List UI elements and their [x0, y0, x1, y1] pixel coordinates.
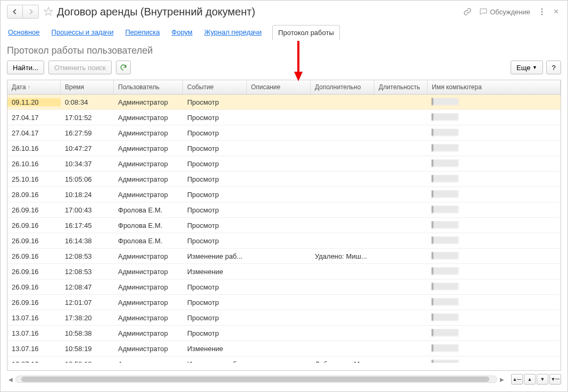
svg-point-1 [541, 11, 543, 13]
table-row[interactable]: 13.07.1610:58:38АдминистраторПросмотр [7, 326, 561, 341]
cell-event: Просмотр [183, 175, 247, 183]
table-row[interactable]: 09.11.200:08:34АдминистраторПросмотр [7, 95, 561, 110]
footer-scroll: ◀ ▶ ▲ ▲ ▼ ▼ [7, 374, 561, 385]
column-user[interactable]: Пользователь [114, 80, 183, 94]
star-icon[interactable] [43, 6, 54, 17]
cell-extra: Добавлено: М... [311, 360, 374, 363]
redacted-value [432, 267, 458, 275]
scroll-right-icon[interactable]: ▶ [498, 376, 506, 383]
redacted-value [432, 236, 458, 244]
cell-user: Администратор [114, 268, 183, 276]
tab-2[interactable]: Переписка [124, 25, 161, 40]
cell-user: Фролова Е.М. [114, 237, 183, 245]
cell-event: Просмотр [183, 160, 247, 168]
cell-event: Просмотр [183, 114, 247, 122]
table-row[interactable]: 26.10.1610:34:37АдминистраторПросмотр [7, 156, 561, 172]
table-row[interactable]: 26.09.1616:17:45Фролова Е.М.Просмотр [7, 218, 561, 233]
cell-user: Администратор [114, 283, 183, 291]
horizontal-scrollbar[interactable] [15, 376, 497, 383]
discuss-label: Обсуждение [490, 8, 530, 16]
cell-computer [428, 360, 561, 363]
column-date[interactable]: Дата↑ [7, 80, 61, 94]
scroll-down-button[interactable]: ▼ [537, 374, 548, 385]
cell-time: 12:08:53 [61, 252, 114, 260]
cell-computer [428, 298, 561, 307]
tab-4[interactable]: Журнал передачи [203, 25, 263, 40]
svg-point-2 [541, 14, 543, 15]
table-row[interactable]: 26.09.1616:14:38Фролова Е.М.Просмотр [7, 233, 561, 249]
more-button[interactable]: Еще ▼ [511, 61, 543, 74]
cell-user: Фролова Е.М. [114, 221, 183, 229]
refresh-button[interactable] [116, 61, 131, 74]
table-row[interactable]: 28.09.1610:18:24АдминистраторПросмотр [7, 187, 561, 202]
redacted-value [432, 360, 458, 363]
tab-3[interactable]: Форум [171, 25, 194, 40]
cell-event: Просмотр [183, 329, 247, 337]
tab-5[interactable]: Протокол работы [272, 25, 340, 40]
cell-date: 25.10.16 [7, 175, 61, 183]
table-row[interactable]: 13.07.1610:58:19АдминистраторИзменение [7, 341, 561, 356]
column-duration[interactable]: Длительность [374, 80, 428, 94]
cell-time: 16:17:45 [61, 221, 114, 229]
forward-button[interactable] [23, 5, 39, 19]
scroll-bottom-button[interactable]: ▼ [549, 374, 561, 385]
scroll-top-button[interactable]: ▲ [511, 374, 523, 385]
cell-date: 26.09.16 [7, 283, 61, 291]
table-row[interactable]: 25.10.1615:05:06АдминистраторПросмотр [7, 172, 561, 187]
cell-date: 26.09.16 [7, 268, 61, 276]
cell-user: Администратор [114, 129, 183, 137]
cell-date: 13.07.16 [7, 360, 61, 363]
cell-computer [428, 206, 561, 215]
cell-user: Администратор [114, 160, 183, 168]
column-description[interactable]: Описание [247, 80, 311, 94]
scroll-left-icon[interactable]: ◀ [7, 376, 14, 383]
discuss-button[interactable]: Обсуждение [479, 7, 530, 16]
kebab-icon[interactable] [538, 7, 546, 16]
table-row[interactable]: 26.09.1612:08:47АдминистраторПросмотр [7, 279, 561, 295]
tab-1[interactable]: Процессы и задачи [51, 25, 115, 40]
redacted-value [432, 329, 458, 336]
cell-user: Администратор [114, 98, 183, 106]
cell-time: 0:08:34 [61, 98, 114, 106]
table-row[interactable]: 26.09.1617:00:43Фролова Е.М.Просмотр [7, 202, 561, 218]
cell-event: Изменение раб... [183, 252, 247, 260]
scroll-up-button[interactable]: ▲ [524, 374, 536, 385]
table-row[interactable]: 27.04.1716:27:59АдминистраторПросмотр [7, 125, 561, 141]
tab-0[interactable]: Основное [7, 25, 41, 40]
redacted-value [432, 252, 458, 259]
column-time[interactable]: Время [61, 80, 114, 94]
cell-event: Просмотр [183, 144, 247, 152]
cell-user: Администратор [114, 360, 183, 363]
help-button[interactable]: ? [546, 61, 561, 74]
back-button[interactable] [7, 5, 23, 19]
redacted-value [432, 344, 458, 352]
find-button[interactable]: Найти... [7, 61, 44, 74]
cell-computer [428, 159, 561, 168]
table-row[interactable]: 26.09.1612:08:53АдминистраторИзменение р… [7, 249, 561, 264]
table-row[interactable]: 27.04.1717:01:52АдминистраторПросмотр [7, 110, 561, 125]
cell-event: Просмотр [183, 237, 247, 245]
column-computer[interactable]: Имя компьютера [428, 80, 561, 94]
close-button[interactable]: × [554, 8, 561, 15]
table-row[interactable]: 13.07.1617:38:20АдминистраторПросмотр [7, 310, 561, 326]
cell-time: 16:14:38 [61, 237, 114, 245]
scrollbar-thumb[interactable] [21, 377, 489, 382]
cell-date: 27.04.17 [7, 129, 61, 137]
table-row[interactable]: 13.07.1610:58:18АдминистраторИзменение р… [7, 356, 561, 363]
cell-computer [428, 283, 561, 292]
cell-date: 26.10.16 [7, 160, 61, 168]
table-row[interactable]: 26.09.1612:08:53АдминистраторИзменение [7, 264, 561, 279]
column-event[interactable]: Событие [183, 80, 247, 94]
table-row[interactable]: 26.09.1612:01:07АдминистраторПросмотр [7, 295, 561, 310]
table-row[interactable]: 26.10.1610:47:27АдминистраторПросмотр [7, 141, 561, 156]
link-icon[interactable] [463, 7, 472, 16]
cell-user: Администратор [114, 314, 183, 322]
column-extra[interactable]: Дополнительно [311, 80, 374, 94]
cell-event: Просмотр [183, 221, 247, 229]
cell-event: Просмотр [183, 98, 247, 106]
cell-computer [428, 313, 561, 322]
cell-date: 26.09.16 [7, 237, 61, 245]
cell-date: 09.11.20 [7, 98, 61, 106]
cancel-search-button[interactable]: Отменить поиск [48, 61, 112, 74]
tab-bar: ОсновноеПроцессы и задачиПерепискаФорумЖ… [1, 23, 567, 40]
